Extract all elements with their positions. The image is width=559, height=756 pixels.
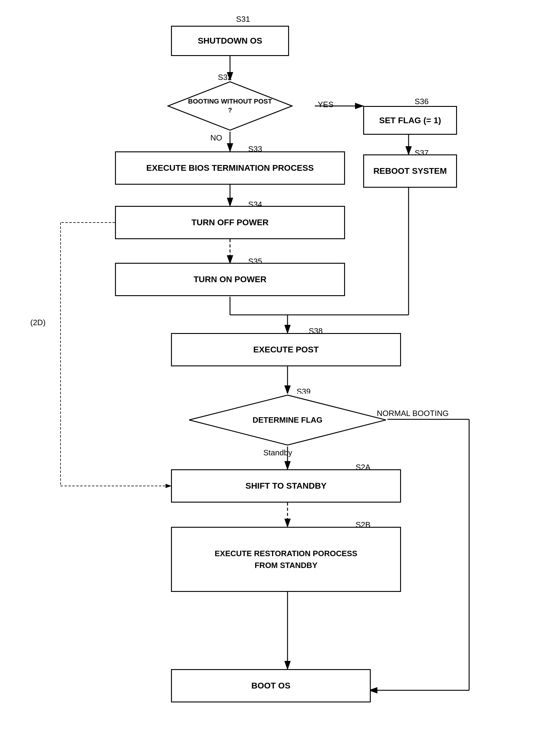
normal-booting-label: NORMAL BOOTING: [377, 409, 449, 418]
flowchart-diagram: S31 SHUTDOWN OS S32 BOOTING WITHOUT POST…: [0, 0, 559, 756]
execute-restoration-text: EXECUTE RESTORATION POROCESSFROM STANDBY: [215, 548, 357, 571]
shift-to-standby-box: SHIFT TO STANDBY: [171, 469, 401, 503]
determine-flag-diamond: DETERMINE FLAG: [188, 394, 387, 447]
booting-without-post-diamond: BOOTING WITHOUT POST ?: [166, 80, 294, 132]
s31-label: S31: [236, 15, 250, 24]
boot-os-box: BOOT OS: [171, 669, 371, 703]
standby-label: Standby: [263, 448, 292, 458]
execute-restoration-box: EXECUTE RESTORATION POROCESSFROM STANDBY: [171, 527, 401, 592]
execute-bios-box: EXECUTE BIOS TERMINATION PROCESS: [115, 151, 345, 185]
ref-2d-label: (2D): [30, 318, 46, 327]
yes-label: YES: [318, 100, 334, 109]
shutdown-os-box: SHUTDOWN OS: [171, 26, 289, 56]
no-label: NO: [210, 133, 222, 142]
reboot-system-box: REBOOT SYSTEM: [363, 154, 457, 188]
turn-off-power-box: TURN OFF POWER: [115, 206, 345, 239]
set-flag-box: SET FLAG (= 1): [363, 106, 457, 135]
turn-on-power-box: TURN ON POWER: [115, 263, 345, 296]
execute-post-box: EXECUTE POST: [171, 333, 401, 366]
s36-label: S36: [415, 97, 429, 106]
